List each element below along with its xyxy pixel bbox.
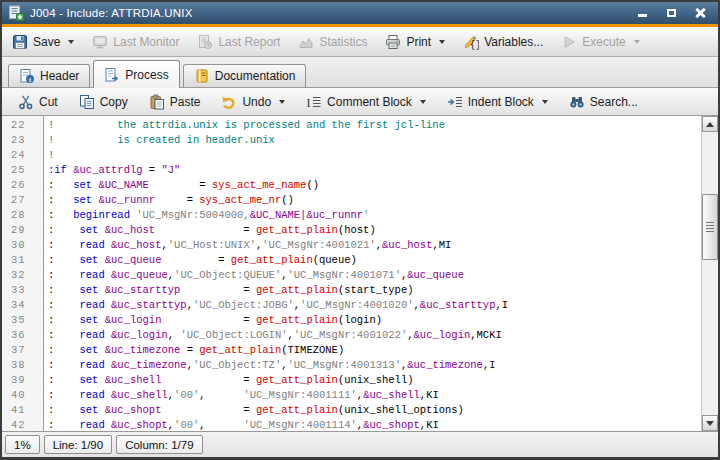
code-segment: &uc_attrdlg [73,164,142,176]
code-segment: = [155,194,199,206]
scrollbar-track[interactable] [702,132,718,415]
code-segment: (login) [338,314,382,326]
code-segment: &uc_host [111,239,161,251]
statistics-button: Statistics [292,31,373,53]
tab-documentation[interactable]: Documentation [183,64,307,87]
maximize-button[interactable] [663,7,679,20]
print-icon [385,34,401,50]
comment-block-dropdown-arrow[interactable] [420,100,426,104]
indent-block-label: Indent Block [468,95,534,109]
line-number: 38 [2,358,43,373]
code-segment: read [80,359,105,371]
window-icon [8,5,24,21]
edit-toolbar: CutCopyPasteUndoIComment BlockIndent Blo… [2,88,718,116]
scroll-up-button[interactable] [702,116,718,132]
code-segment: &uc_host [382,239,432,251]
report-icon [197,34,213,50]
code-line: : set &uc_shopt = get_att_plain(unix_she… [48,403,701,418]
print-button[interactable]: Print [379,31,451,53]
code-segment: (unix_shell) [338,374,414,386]
cut-label: Cut [39,95,58,109]
column-indicator: Column: 1/79 [116,435,202,454]
line-number: 28 [2,208,43,223]
line-number: 24 [2,148,43,163]
line-number: 23 [2,133,43,148]
code-segment: : [48,344,80,356]
monitor-icon [92,34,108,50]
save-button[interactable]: Save [6,31,80,53]
variables-label: Variables... [484,35,543,49]
code-segment: &uc_queue [105,254,162,266]
scrollbar-thumb[interactable] [702,194,718,260]
status-bar: 1% Line: 1/90 Column: 1/79 [2,431,718,457]
code-segment: = [161,314,256,326]
code-segment: 'UC_MsgNr:4001313' [288,359,401,371]
tab-process[interactable]: Process [93,60,179,88]
line-number: 41 [2,403,43,418]
code-segment: ,KI [420,419,439,431]
line-number: 34 [2,298,43,313]
code-segment: set [80,254,99,266]
window-title: J004 - Include: ATTRDIA.UNIX [30,7,193,19]
indent-block-icon [447,94,463,110]
undo-dropdown-arrow[interactable] [279,100,285,104]
copy-button[interactable]: Copy [73,91,134,113]
code-segment: &uc_shell [363,389,420,401]
code-segment: 'UC_Object:QUEUE' [174,269,281,281]
code-line: : set &uc_login = get_att_plain(login) [48,313,701,328]
line-number: 40 [2,388,43,403]
save-dropdown-arrow[interactable] [68,40,74,44]
code-line: : read &uc_timezone,'UC_Object:TZ','UC_M… [48,358,701,373]
code-segment: get_att_plain [256,404,338,416]
statistics-label: Statistics [319,35,367,49]
paste-label: Paste [170,95,201,109]
search-button[interactable]: Search... [563,91,644,113]
code-segment: read [80,299,105,311]
code-segment: (TIMEZONE) [281,344,344,356]
code-line: : set &uc_starttyp = get_att_plain(start… [48,283,701,298]
code-segment: (host) [338,224,376,236]
code-segment: &uc_runnr [98,194,155,206]
undo-button[interactable]: Undo [215,91,291,113]
code-segment: read [80,389,105,401]
code-segment: set [73,194,92,206]
line-number: 26 [2,178,43,193]
line-number: 22 [2,118,43,133]
tab-header-label: Header [40,69,79,83]
code-segment: &uc_timezone [407,359,483,371]
code-line: : set &uc_runnr = sys_act_me_nr() [48,193,701,208]
indent-block-dropdown-arrow[interactable] [542,100,548,104]
cut-button[interactable]: Cut [12,91,64,113]
code-segment: : [48,389,80,401]
line-number-gutter: 2223242526272829303132333435363738394041… [2,116,44,431]
scroll-down-button[interactable] [702,415,718,431]
comment-block-button[interactable]: IComment Block [300,91,432,113]
code-segment: sys_act_me_nr [199,194,281,206]
code-segment: 'UC_Object:JOBG' [193,299,294,311]
tab-process-label: Process [125,68,168,82]
code-segment: set [73,179,92,191]
print-dropdown-arrow[interactable] [439,40,445,44]
close-button[interactable] [692,7,708,20]
tab-bar: iHeaderProcessDocumentation [2,57,718,88]
code-segment: &uc_login [105,314,162,326]
line-number: 32 [2,268,43,283]
code-segment: 'UC_MsgNr:4001020' [300,299,413,311]
code-segment: = [149,179,212,191]
code-segment: :if [48,164,67,176]
paste-button[interactable]: Paste [143,91,207,113]
tab-header[interactable]: iHeader [8,64,90,87]
code-segment: '00' [174,419,199,431]
code-segment: : [48,239,80,251]
vertical-scrollbar [701,116,718,431]
code-area[interactable]: ! the attrdia.unix is processed and the … [44,116,701,431]
code-segment: get_att_plain [256,374,338,386]
variables-button[interactable]: {}Variables... [457,31,549,53]
minimize-button[interactable] [634,7,650,20]
code-line: : set &UC_NAME = sys_act_me_name() [48,178,701,193]
code-segment: set [80,314,99,326]
tab-documentation-label: Documentation [215,69,296,83]
code-segment: read [80,419,105,431]
indent-block-button[interactable]: Indent Block [441,91,554,113]
print-label: Print [406,35,431,49]
